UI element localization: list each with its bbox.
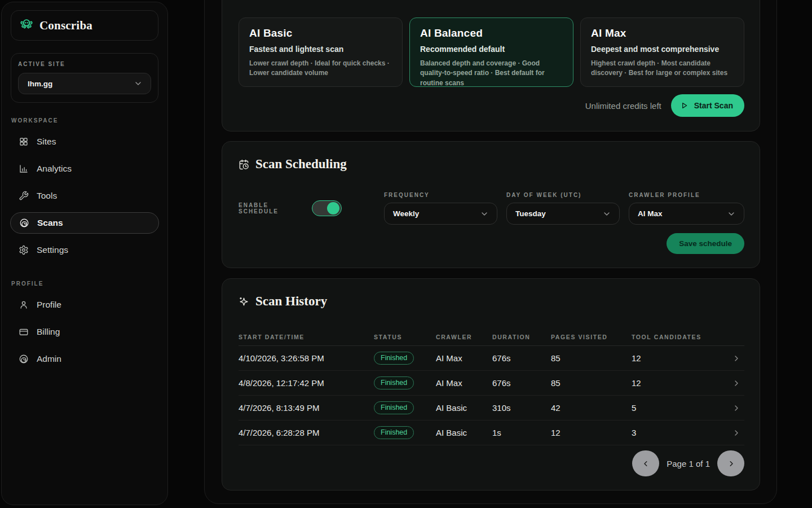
pagination: Page 1 of 1 [239, 450, 744, 476]
section-label-workspace: WORKSPACE [11, 117, 167, 124]
card-description: Lower crawl depth · Ideal for quick chec… [249, 59, 392, 78]
day-of-week-select[interactable]: Tuesday [506, 203, 620, 225]
card-subtitle: Fastest and lightest scan [249, 45, 392, 54]
cell-pages: 42 [551, 403, 632, 413]
card-ai-balanced[interactable]: AI Balanced Recommended default Balanced… [409, 17, 573, 87]
sidebar: Conscriba ACTIVE SITE lhm.gg WORKSPACE S… [1, 2, 168, 505]
card-description: Balanced depth and coverage · Good quali… [420, 59, 563, 88]
table-row[interactable]: 4/10/2026, 3:26:58 PM Finished AI Max 67… [239, 346, 744, 371]
card-title: AI Basic [249, 27, 392, 40]
sidebar-item-label: Sites [37, 137, 56, 147]
chevron-down-icon [480, 209, 489, 218]
sidebar-item-label: Billing [37, 327, 60, 337]
play-icon [680, 101, 689, 110]
table-row[interactable]: 4/8/2026, 12:17:42 PM Finished AI Max 67… [239, 371, 744, 396]
cell-candidates: 12 [632, 353, 726, 363]
sidebar-item-tools[interactable]: Tools [10, 182, 159, 209]
card-ai-max[interactable]: AI Max Deepest and most comprehensive Hi… [580, 17, 744, 87]
sparkles-icon [239, 296, 249, 307]
cell-pages: 85 [551, 353, 632, 363]
sidebar-item-analytics[interactable]: Analytics [10, 155, 159, 182]
status-badge: Finished [374, 426, 414, 439]
chevron-right-icon[interactable] [732, 354, 744, 363]
toggle-knob [327, 202, 339, 214]
chevron-right-icon[interactable] [732, 379, 744, 388]
cell-duration: 676s [492, 378, 551, 388]
sidebar-item-scans[interactable]: Scans [10, 212, 159, 234]
start-scan-label: Start Scan [694, 101, 733, 110]
gear-icon [19, 245, 29, 255]
spiral-icon [19, 218, 29, 228]
cell-pages: 12 [551, 428, 632, 437]
col-duration: DURATION [492, 334, 551, 340]
frequency-select[interactable]: Weekly [384, 203, 497, 225]
scan-options-panel: AI Basic Fastest and lightest scan Lower… [222, 0, 760, 132]
enable-schedule-toggle[interactable] [312, 200, 342, 216]
wrench-icon [19, 191, 29, 201]
sidebar-item-billing[interactable]: Billing [10, 318, 159, 345]
active-site-value: lhm.gg [28, 80, 52, 88]
col-crawler: CRAWLER [436, 334, 492, 340]
logo[interactable]: Conscriba [11, 10, 158, 41]
cell-candidates: 3 [632, 428, 726, 437]
scan-scheduling-panel: Scan Scheduling ENABLE SCHEDULE FREQUENC… [222, 141, 760, 268]
cell-start: 4/8/2026, 12:17:42 PM [239, 378, 374, 388]
main-content: AI Basic Fastest and lightest scan Lower… [204, 0, 777, 504]
sidebar-item-profile[interactable]: Profile [10, 291, 159, 318]
chevron-down-icon [602, 209, 611, 218]
grid-icon [19, 137, 29, 147]
next-page-button[interactable] [717, 450, 744, 476]
sidebar-item-sites[interactable]: Sites [10, 128, 159, 155]
card-ai-basic[interactable]: AI Basic Fastest and lightest scan Lower… [239, 17, 403, 87]
cell-candidates: 12 [632, 378, 726, 388]
status-badge: Finished [374, 401, 414, 414]
sidebar-item-label: Analytics [37, 164, 72, 174]
user-icon [19, 300, 29, 310]
col-status: STATUS [374, 334, 436, 340]
table-row[interactable]: 4/7/2026, 8:13:49 PM Finished AI Basic 3… [239, 396, 744, 421]
card-title: AI Balanced [420, 27, 563, 40]
cell-duration: 1s [492, 428, 551, 437]
status-badge: Finished [374, 352, 414, 365]
card-title: AI Max [591, 27, 734, 40]
card-subtitle: Recommended default [420, 45, 563, 54]
bar-chart-icon [19, 164, 29, 174]
frequency-value: Weekly [393, 209, 419, 218]
crawler-profile-select[interactable]: AI Max [629, 203, 744, 225]
chevron-right-icon[interactable] [732, 428, 744, 437]
prev-page-button[interactable] [632, 450, 659, 476]
start-scan-button[interactable]: Start Scan [671, 94, 744, 117]
page-indicator: Page 1 of 1 [667, 459, 710, 468]
credits-text: Unlimited credits left [585, 101, 661, 111]
enable-schedule-label: ENABLE SCHEDULE [239, 202, 305, 214]
chevron-right-icon[interactable] [732, 404, 744, 413]
crawler-profile-value: AI Max [638, 209, 663, 218]
frequency-label: FREQUENCY [384, 192, 497, 198]
sidebar-item-label: Settings [37, 245, 68, 255]
cell-crawler: AI Basic [436, 428, 492, 437]
credit-card-icon [19, 327, 29, 337]
sidebar-item-label: Scans [37, 218, 63, 228]
cell-start: 4/7/2026, 6:28:28 PM [239, 428, 374, 437]
active-site-label: ACTIVE SITE [18, 61, 151, 67]
chevron-down-icon [727, 209, 736, 218]
chevron-down-icon [134, 79, 143, 88]
col-candidates: TOOL CANDIDATES [632, 334, 726, 340]
sidebar-item-settings[interactable]: Settings [10, 237, 159, 264]
active-site-box: ACTIVE SITE lhm.gg [11, 53, 158, 103]
table-header-row: START DATE/TIME STATUS CRAWLER DURATION … [239, 334, 744, 346]
active-site-select[interactable]: lhm.gg [18, 73, 151, 94]
cell-start: 4/7/2026, 8:13:49 PM [239, 403, 374, 413]
day-of-week-label: DAY OF WEEK (UTC) [506, 192, 620, 198]
cell-crawler: AI Max [436, 378, 492, 388]
history-title: Scan History [255, 294, 327, 309]
table-row[interactable]: 4/7/2026, 6:28:28 PM Finished AI Basic 1… [239, 421, 744, 445]
status-badge: Finished [374, 376, 414, 389]
sidebar-item-admin[interactable]: Admin [10, 345, 159, 373]
save-schedule-button[interactable]: Save schedule [667, 233, 744, 254]
spiral-icon [19, 354, 29, 364]
octopus-logo-icon [18, 17, 35, 34]
scan-history-table: START DATE/TIME STATUS CRAWLER DURATION … [239, 334, 744, 445]
cell-duration: 310s [492, 403, 551, 413]
cell-start: 4/10/2026, 3:26:58 PM [239, 353, 374, 363]
